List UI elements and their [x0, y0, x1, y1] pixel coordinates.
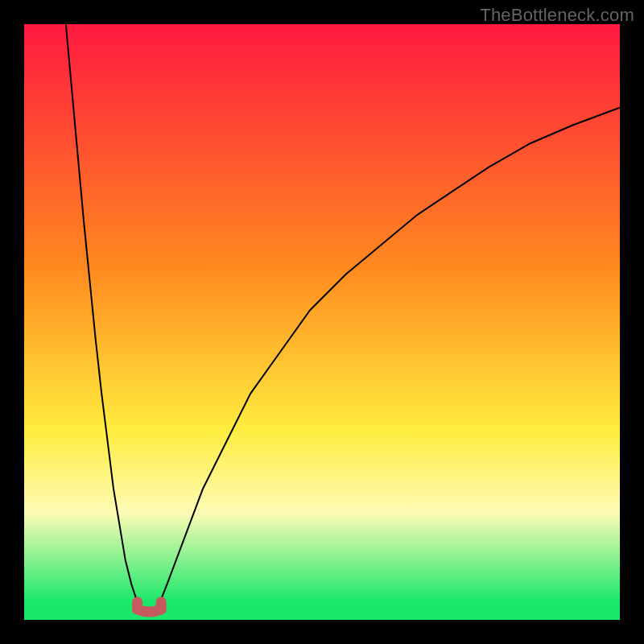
curve-right-branch: [155, 108, 620, 614]
chart-frame: TheBottleneck.com: [0, 0, 644, 644]
watermark-text: TheBottleneck.com: [480, 5, 634, 26]
curve-left-branch: [66, 24, 143, 614]
curve-layer: [24, 24, 620, 620]
bottleneck-marker-icon: [138, 602, 162, 612]
plot-area: [24, 24, 620, 620]
